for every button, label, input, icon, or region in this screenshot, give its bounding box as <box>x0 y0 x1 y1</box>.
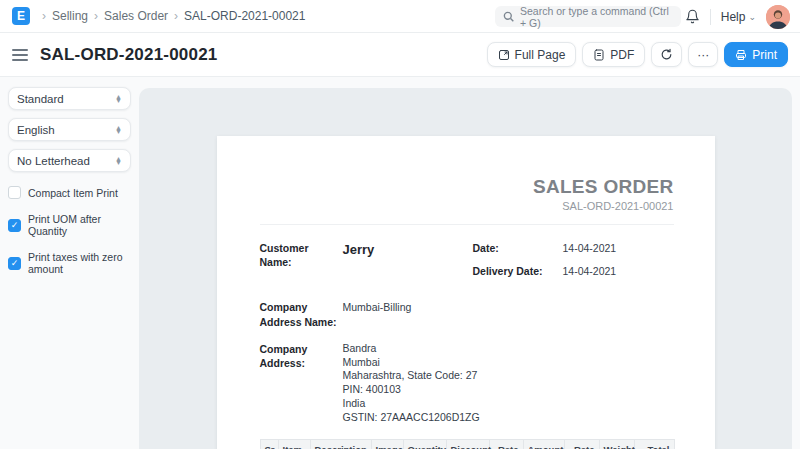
company-address-name-value: Mumbai-Billing <box>343 300 412 328</box>
search-icon <box>503 11 514 22</box>
language-select[interactable]: English ▲▼ <box>8 118 131 141</box>
chevron-right-icon: › <box>174 9 178 23</box>
search-placeholder: Search or type a command (Ctrl + G) <box>520 5 673 29</box>
checkbox-unchecked-icon[interactable] <box>8 186 21 199</box>
more-options-button[interactable]: ··· <box>688 42 718 67</box>
top-navbar: E › Selling › Sales Order › SAL-ORD-2021… <box>0 0 800 33</box>
document-title: SALES ORDER <box>260 176 674 198</box>
refresh-button[interactable] <box>651 42 682 67</box>
chevron-right-icon: › <box>42 9 46 23</box>
select-arrows-icon: ▲▼ <box>115 126 122 134</box>
col-amount: Amount <box>523 439 564 449</box>
divider <box>260 224 674 225</box>
expand-icon <box>498 49 510 61</box>
menu-icon[interactable] <box>12 49 28 61</box>
print-label: Print <box>752 48 777 62</box>
letterhead-value: No Letterhead <box>17 155 90 167</box>
company-address-label: Company Address: <box>260 342 343 425</box>
breadcrumb-selling[interactable]: Selling <box>52 9 88 23</box>
date-value: 14-04-2021 <box>563 241 617 255</box>
ellipsis-icon: ··· <box>697 48 709 62</box>
page-title: SAL-ORD-2021-00021 <box>40 45 217 65</box>
company-address-value: Bandra Mumbai Maharashtra, State Code: 2… <box>343 342 480 425</box>
print-settings-sidebar: Standard ▲▼ English ▲▼ No Letterhead ▲▼ … <box>0 77 139 449</box>
letterhead-select[interactable]: No Letterhead ▲▼ <box>8 149 131 172</box>
col-item-code: Item Code <box>278 439 310 449</box>
compact-item-print-checkbox[interactable]: Compact Item Print <box>8 186 131 199</box>
col-image: Image <box>371 439 403 449</box>
delivery-date-value: 14-04-2021 <box>563 264 617 278</box>
col-quantity: Quantity <box>403 439 446 449</box>
select-arrows-icon: ▲▼ <box>115 157 122 165</box>
customer-name-value: Jerry <box>343 241 375 287</box>
print-taxes-checkbox[interactable]: Print taxes with zero amount <box>8 251 131 275</box>
address-line: India <box>343 397 480 411</box>
print-preview-page: SALES ORDER SAL-ORD-2021-00021 Customer … <box>217 136 715 449</box>
print-taxes-label: Print taxes with zero amount <box>28 251 131 275</box>
page-toolbar: SAL-ORD-2021-00021 Full Page PDF ··· Pri… <box>0 33 800 77</box>
address-line: Maharashtra, State Code: 27 <box>343 369 480 383</box>
avatar[interactable] <box>766 5 790 29</box>
col-rate: Rate <box>489 439 523 449</box>
chevron-down-icon: ⌄ <box>748 12 756 22</box>
printer-icon <box>735 49 747 61</box>
language-value: English <box>17 124 55 136</box>
col-description: Description <box>310 439 371 449</box>
address-line: Mumbai <box>343 356 480 370</box>
print-format-value: Standard <box>17 93 64 105</box>
table-header-row: Sr Item Code Description Image Quantity … <box>260 439 674 449</box>
print-uom-checkbox[interactable]: Print UOM after Quantity <box>8 213 131 237</box>
breadcrumb-sales-order[interactable]: Sales Order <box>104 9 168 23</box>
col-sr: Sr <box>260 439 278 449</box>
company-address-name-label: Company Address Name: <box>260 300 343 328</box>
col-total-weight: Total Weight <box>634 439 674 449</box>
full-page-button[interactable]: Full Page <box>487 42 577 67</box>
delivery-date-label: Delivery Date: <box>473 264 563 278</box>
address-line: PIN: 400103 <box>343 383 480 397</box>
file-icon <box>593 49 605 61</box>
help-menu[interactable]: Help ⌄ <box>721 10 756 24</box>
print-preview-area: SALES ORDER SAL-ORD-2021-00021 Customer … <box>139 88 792 449</box>
bell-icon[interactable] <box>685 9 700 24</box>
pdf-button[interactable]: PDF <box>582 42 645 67</box>
document-subtitle: SAL-ORD-2021-00021 <box>260 200 674 212</box>
print-format-select[interactable]: Standard ▲▼ <box>8 87 131 110</box>
address-line: GSTIN: 27AAACC1206D1ZG <box>343 411 480 425</box>
print-button[interactable]: Print <box>724 42 788 67</box>
col-rate-of-stock-uom: Rate of Stock UOM <box>564 439 599 449</box>
divider <box>710 9 711 25</box>
checkbox-checked-icon[interactable] <box>8 257 21 270</box>
refresh-icon <box>660 48 673 61</box>
checkbox-checked-icon[interactable] <box>8 219 21 232</box>
breadcrumb-current-doc[interactable]: SAL-ORD-2021-00021 <box>184 9 305 23</box>
compact-item-print-label: Compact Item Print <box>28 187 118 199</box>
select-arrows-icon: ▲▼ <box>115 95 122 103</box>
help-label: Help <box>721 10 746 24</box>
breadcrumb: › Selling › Sales Order › SAL-ORD-2021-0… <box>40 9 309 23</box>
col-weight-per-unit: Weight Per Unit <box>599 439 634 449</box>
date-label: Date: <box>473 241 563 255</box>
col-discount-amount: Discount Amount <box>446 439 489 449</box>
pdf-label: PDF <box>610 48 634 62</box>
customer-name-label: Customer Name: <box>260 241 343 287</box>
chevron-right-icon: › <box>94 9 98 23</box>
search-input[interactable]: Search or type a command (Ctrl + G) <box>495 6 681 27</box>
address-line: Bandra <box>343 342 480 356</box>
print-uom-label: Print UOM after Quantity <box>28 213 131 237</box>
full-page-label: Full Page <box>515 48 566 62</box>
app-logo-icon[interactable]: E <box>12 7 30 25</box>
items-table: Sr Item Code Description Image Quantity … <box>260 439 675 449</box>
